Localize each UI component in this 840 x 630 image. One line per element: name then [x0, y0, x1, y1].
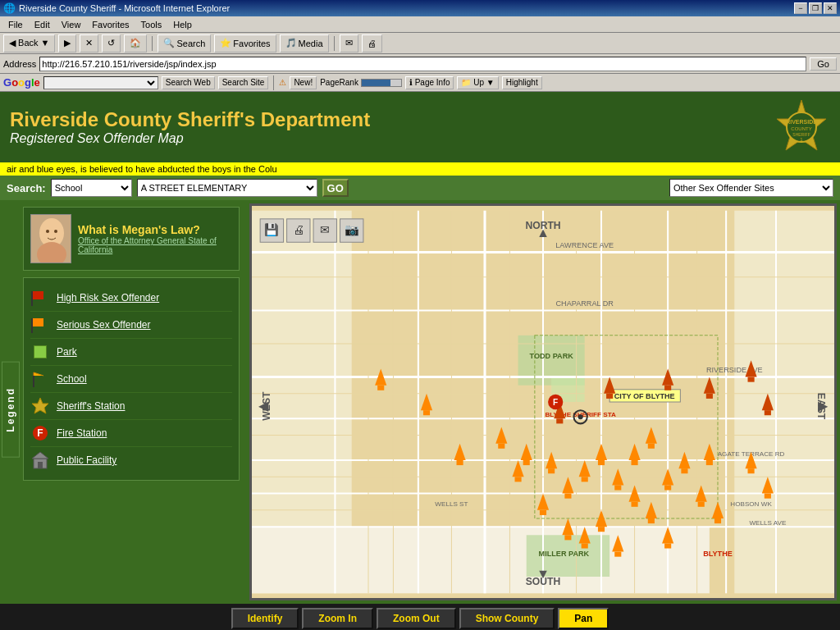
show-county-button[interactable]: Show County: [459, 608, 555, 629]
sheriff-icon: [30, 396, 50, 416]
go-button[interactable]: Go: [810, 57, 837, 71]
map-container: LAWRENCE AVE CHAPARRAL DR RIVERSIDE AVE …: [252, 206, 834, 598]
svg-text:F: F: [553, 398, 558, 407]
svg-rect-131: [664, 543, 671, 548]
menu-favorites[interactable]: Favorites: [87, 19, 134, 30]
pan-button[interactable]: Pan: [558, 608, 609, 629]
svg-rect-109: [664, 485, 671, 490]
legend-items: High Risk Sex Offender Serious Sex Offen…: [23, 277, 240, 481]
legend-item-high-risk: High Risk Sex Offender: [30, 285, 232, 312]
search-web-button[interactable]: Search Web: [162, 76, 215, 89]
back-button[interactable]: ◀ Back ▼: [3, 34, 55, 52]
map-svg: LAWRENCE AVE CHAPARRAL DR RIVERSIDE AVE …: [252, 206, 834, 598]
search-site-button[interactable]: Search Site: [218, 76, 269, 89]
ticker-bar: air and blue eyes, is believed to have a…: [0, 162, 840, 176]
svg-rect-139: [664, 386, 671, 390]
school-icon: [30, 369, 50, 389]
google-search-input[interactable]: [43, 76, 158, 89]
svg-text:▲: ▲: [536, 225, 550, 240]
pagerank-fill: [362, 80, 390, 86]
svg-rect-105: [598, 527, 605, 532]
address-input[interactable]: [39, 57, 806, 71]
app-title: Riverside County Sheriff's Department Re…: [10, 108, 370, 146]
svg-rect-87: [515, 477, 522, 482]
legend-item-public: Public Facility: [30, 447, 232, 473]
up-button[interactable]: 📁 Up ▼: [457, 76, 498, 89]
svg-rect-123: [706, 460, 713, 465]
mail-button[interactable]: ✉: [340, 34, 358, 52]
svg-rect-127: [765, 494, 771, 499]
close-button[interactable]: ✕: [824, 2, 837, 14]
zoom-out-button[interactable]: Zoom Out: [377, 608, 456, 629]
megan-photo: [30, 214, 71, 263]
svg-rect-111: [681, 468, 687, 473]
page-info-button[interactable]: ℹ Page Info: [405, 76, 454, 89]
svg-text:💾: 💾: [264, 222, 279, 237]
new-button[interactable]: New!: [290, 76, 317, 89]
megan-box: What is Megan's Law? Office of the Attor…: [23, 207, 240, 271]
media-button[interactable]: 🎵 Media: [280, 34, 329, 52]
minimize-button[interactable]: −: [794, 2, 807, 14]
legend-panel: Legend What is Megan's Law? Office of th…: [0, 200, 246, 604]
menu-edit[interactable]: Edit: [30, 19, 55, 30]
identify-button[interactable]: Identify: [231, 608, 299, 629]
menu-help[interactable]: Help: [168, 19, 197, 30]
high-risk-label[interactable]: High Risk Sex Offender: [57, 292, 159, 304]
svg-marker-18: [32, 452, 48, 459]
menu-view[interactable]: View: [57, 19, 86, 30]
svg-point-8: [46, 230, 49, 233]
public-facility-icon: [30, 450, 50, 470]
home-button[interactable]: 🏠: [124, 34, 147, 52]
print-button[interactable]: 🖨: [362, 34, 382, 52]
menu-tools[interactable]: Tools: [136, 19, 167, 30]
megan-subtitle[interactable]: Office of the Attorney General State of …: [78, 236, 232, 254]
svg-text:HOBSON WK: HOBSON WK: [730, 500, 772, 508]
pagerank-area: PageRank: [320, 78, 402, 87]
park-label[interactable]: Park: [57, 346, 77, 358]
fire-label[interactable]: Fire Station: [57, 427, 107, 439]
search-type-select[interactable]: School Park Sheriff's Station Fire Stati…: [51, 179, 132, 197]
megan-text: What is Megan's Law? Office of the Attor…: [78, 223, 232, 254]
search-value-select[interactable]: A STREET ELEMENTARY: [137, 179, 317, 197]
svg-text:RIVERSIDE: RIVERSIDE: [786, 119, 817, 125]
public-label[interactable]: Public Facility: [57, 454, 116, 466]
svg-rect-113: [698, 502, 705, 507]
google-toolbar: Google Search Web Search Site ⚠ New! Pag…: [0, 74, 840, 92]
svg-point-9: [54, 230, 57, 233]
svg-text:✉: ✉: [320, 223, 330, 236]
search-go-button[interactable]: GO: [322, 179, 349, 197]
svg-rect-97: [614, 485, 621, 490]
restore-button[interactable]: ❐: [809, 2, 822, 14]
zoom-in-button[interactable]: Zoom In: [302, 608, 373, 629]
svg-rect-107: [632, 460, 638, 465]
svg-text:CITY OF BLYTHE: CITY OF BLYTHE: [614, 392, 675, 400]
school-label[interactable]: School: [57, 373, 87, 385]
favorites-button[interactable]: ⭐ Favorites: [214, 34, 276, 52]
map-area[interactable]: LAWRENCE AVE CHAPARRAL DR RIVERSIDE AVE …: [249, 203, 837, 600]
svg-rect-137: [606, 394, 613, 399]
menu-file[interactable]: File: [3, 19, 28, 30]
bottom-toolbar: Identify Zoom In Zoom Out Show County Pa…: [0, 604, 840, 630]
search-label: Search:: [7, 182, 46, 194]
serious-label[interactable]: Serious Sex Offender: [57, 319, 151, 331]
forward-button[interactable]: ▶: [58, 34, 76, 52]
svg-rect-11: [32, 291, 43, 299]
pagerank-label: PageRank: [320, 78, 358, 87]
address-label: Address: [3, 59, 36, 69]
new-badge: ⚠: [279, 78, 286, 87]
pagerank-bar: [361, 79, 402, 87]
media-icon: 🎵: [285, 38, 297, 48]
legend-item-serious: Serious Sex Offender: [30, 312, 232, 339]
sheriff-label[interactable]: Sheriff's Station: [57, 400, 125, 412]
stop-button[interactable]: ✕: [80, 34, 98, 52]
legend-item-fire: F Fire Station: [30, 420, 232, 447]
window-title: Riverside County Sheriff - Microsoft Int…: [19, 3, 230, 13]
refresh-button[interactable]: ↺: [102, 34, 121, 52]
high-risk-icon: [30, 288, 50, 308]
title-bar: 🌐 Riverside County Sheriff - Microsoft I…: [0, 0, 840, 16]
other-sites-select[interactable]: Other Sex Offender Sites: [669, 179, 833, 197]
highlight-button[interactable]: Highlight: [502, 76, 542, 89]
legend-item-school: School: [30, 366, 232, 393]
search-button[interactable]: 🔍 Search: [158, 34, 211, 52]
svg-text:📷: 📷: [345, 222, 359, 237]
